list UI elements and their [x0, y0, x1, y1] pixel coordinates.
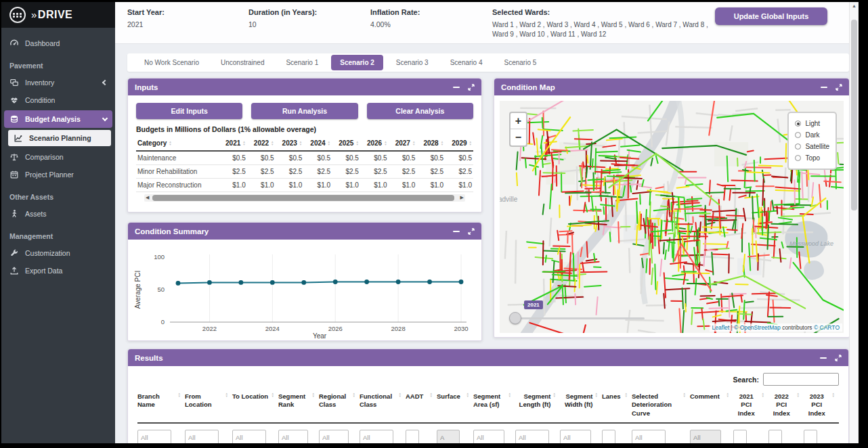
budget-col-header[interactable]: 2024 — [303, 136, 332, 151]
sort-icon[interactable] — [328, 141, 330, 146]
filter-input[interactable] — [137, 430, 171, 443]
run-analysis-button[interactable]: Run Analysis — [251, 103, 357, 119]
edit-inputs-button[interactable]: Edit Inputs — [136, 103, 242, 119]
tab-scenario-1[interactable]: Scenario 1 — [277, 55, 327, 70]
expand-icon[interactable] — [468, 84, 475, 91]
filter-input[interactable] — [360, 430, 393, 443]
results-col-header[interactable]: Lanes — [602, 393, 632, 401]
results-col-header[interactable]: From Location — [185, 393, 232, 409]
results-col-header[interactable]: Segment Width (ft) — [560, 393, 602, 409]
collapse-icon[interactable] — [453, 231, 460, 232]
vscroll-thumb[interactable] — [851, 20, 857, 210]
filter-input[interactable] — [804, 430, 817, 443]
filter-select[interactable]: All — [690, 430, 721, 443]
page-scrollbar[interactable]: ▲ — [849, 2, 859, 443]
sort-icon[interactable] — [832, 393, 835, 398]
results-col-header[interactable]: Segment Rank — [278, 393, 319, 409]
results-col-header[interactable]: Regional Class — [319, 393, 360, 409]
budget-col-header[interactable]: 2029 — [445, 136, 473, 151]
filter-input[interactable] — [185, 430, 219, 443]
expand-icon[interactable] — [835, 355, 842, 361]
sort-icon[interactable] — [384, 141, 387, 146]
sort-icon[interactable] — [683, 393, 686, 398]
tab-no-work-scenario[interactable]: No Work Scenario — [135, 55, 208, 70]
sort-icon[interactable] — [553, 393, 556, 398]
sort-icon[interactable] — [355, 141, 358, 146]
filter-input[interactable] — [733, 430, 747, 443]
zoom-out-button[interactable]: − — [511, 129, 526, 145]
sort-icon[interactable] — [178, 393, 181, 398]
budget-col-header[interactable]: 2026 — [360, 136, 389, 151]
budget-col-header[interactable]: 2028 — [416, 136, 445, 151]
filter-select[interactable]: A — [437, 430, 460, 443]
logo-bar[interactable]: »DRIVE — [1, 2, 115, 28]
sort-icon[interactable] — [595, 393, 598, 398]
sidebar-item-condition[interactable]: Condition — [1, 91, 115, 109]
sort-icon[interactable] — [726, 393, 729, 398]
layer-option-dark[interactable]: Dark — [795, 129, 829, 141]
budget-col-header[interactable]: 2023 — [276, 136, 304, 151]
collapse-icon[interactable] — [820, 357, 827, 359]
sort-icon[interactable] — [242, 141, 245, 146]
timeline-slider-track[interactable] — [515, 317, 645, 319]
leaflet-link[interactable]: Leaflet — [712, 324, 730, 331]
radio-icon[interactable] — [795, 155, 801, 161]
results-col-header[interactable]: Segment Area (sf) — [473, 393, 515, 409]
budget-col-header[interactable]: 2021 — [219, 136, 247, 151]
radio-icon[interactable] — [795, 120, 801, 127]
sidebar-item-comparison[interactable]: Comparison — [1, 148, 115, 166]
sort-icon[interactable] — [312, 393, 315, 398]
sort-icon[interactable] — [508, 393, 511, 398]
budget-table-hscrollbar[interactable]: ◀ ▶ — [144, 194, 465, 202]
sort-icon[interactable] — [225, 393, 228, 398]
update-global-inputs-button[interactable]: Update Global Inputs — [715, 7, 827, 25]
tab-unconstrained[interactable]: Unconstrained — [212, 55, 273, 70]
filter-input[interactable] — [602, 430, 615, 443]
filter-input[interactable] — [473, 430, 504, 443]
collapse-icon[interactable] — [821, 87, 827, 88]
budget-col-header[interactable]: 2022 — [247, 136, 276, 151]
filter-input[interactable] — [278, 430, 308, 443]
layer-option-topo[interactable]: Topo — [795, 152, 829, 164]
scroll-left-icon[interactable]: ◀ — [146, 195, 149, 200]
clear-analysis-button[interactable]: Clear Analysis — [367, 103, 473, 119]
scroll-right-icon[interactable]: ▶ — [460, 195, 464, 200]
sidebar-item-export-data[interactable]: Export Data — [1, 262, 115, 279]
filter-input[interactable] — [632, 430, 666, 443]
sort-icon[interactable] — [441, 141, 443, 146]
filter-input[interactable] — [515, 430, 549, 443]
sort-icon[interactable] — [430, 393, 433, 398]
sidebar-item-inventory[interactable]: Inventory — [1, 74, 115, 91]
hscroll-thumb[interactable] — [152, 195, 454, 201]
budget-col-header[interactable]: Category — [136, 136, 219, 151]
filter-input[interactable] — [232, 430, 266, 443]
zoom-in-button[interactable]: + — [511, 113, 526, 129]
radio-icon[interactable] — [795, 132, 801, 138]
results-col-header[interactable]: 2022 PCI Index — [768, 393, 804, 418]
budget-col-header[interactable]: 2027 — [389, 136, 417, 151]
osm-link[interactable]: © OpenStreetMap — [734, 324, 781, 331]
sort-icon[interactable] — [625, 393, 628, 398]
sort-icon[interactable] — [399, 393, 402, 398]
results-col-header[interactable]: AADT — [406, 393, 437, 401]
sort-icon[interactable] — [762, 393, 764, 398]
sort-icon[interactable] — [299, 141, 302, 146]
sort-icon[interactable] — [169, 141, 171, 146]
tab-scenario-5[interactable]: Scenario 5 — [495, 55, 545, 70]
sort-icon[interactable] — [466, 393, 469, 398]
scroll-up-icon[interactable]: ▲ — [850, 3, 859, 8]
results-col-header[interactable]: Comment — [690, 393, 733, 401]
sort-icon[interactable] — [469, 141, 472, 146]
results-col-header[interactable]: To Location — [232, 393, 278, 401]
expand-icon[interactable] — [468, 228, 475, 235]
filter-input[interactable] — [560, 430, 591, 443]
timeline-slider-handle[interactable] — [509, 312, 521, 324]
budget-col-header[interactable]: 2025 — [332, 136, 360, 151]
sort-icon[interactable] — [353, 393, 355, 398]
results-col-header[interactable]: Branch Name — [137, 393, 185, 409]
radio-icon[interactable] — [795, 143, 801, 150]
tab-scenario-3[interactable]: Scenario 3 — [387, 55, 437, 70]
filter-input[interactable] — [768, 430, 782, 443]
sidebar-item-budget-analysis[interactable]: Budget Analysis — [4, 110, 112, 128]
results-col-header[interactable]: Surface — [437, 393, 473, 401]
